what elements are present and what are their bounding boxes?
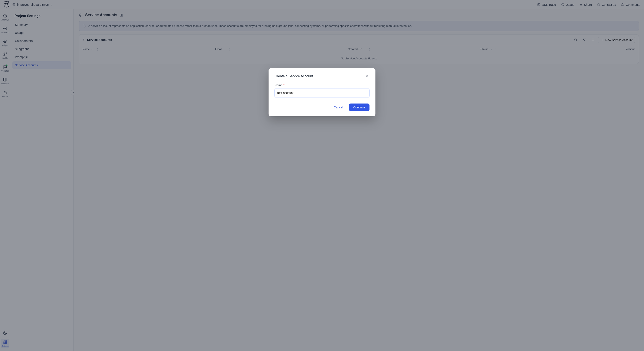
close-icon (365, 74, 369, 78)
name-field-label: Name * (274, 84, 370, 87)
cancel-button[interactable]: Cancel (331, 104, 346, 111)
name-label-text: Name (274, 84, 282, 87)
create-service-account-modal: Create a Service Account Name * Cancel C… (268, 68, 376, 116)
continue-button[interactable]: Continue (349, 104, 370, 111)
modal-title: Create a Service Account (274, 74, 313, 78)
required-indicator: * (283, 84, 284, 87)
modal-close-button[interactable] (364, 74, 370, 79)
name-input[interactable] (274, 88, 370, 97)
modal-overlay[interactable]: Create a Service Account Name * Cancel C… (0, 0, 644, 351)
